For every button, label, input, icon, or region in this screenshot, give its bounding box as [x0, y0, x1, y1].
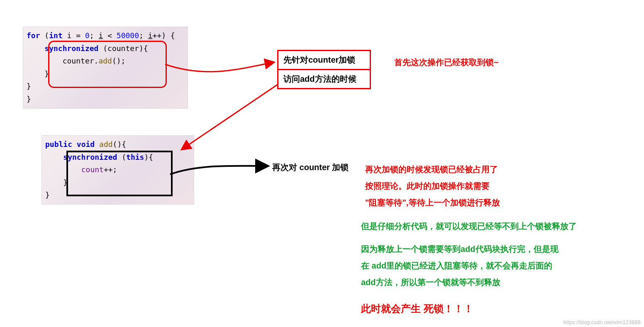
watermark: https://blog.csdn.net/wlm123666: [564, 319, 641, 325]
note-explanation: 因为释放上一个锁需要等到add代码块执行完，但是现 在 add里的锁已经进入阻塞…: [361, 241, 559, 290]
note-blocked-waiting: 再次加锁的时候发现锁已经被占用了 按照理论。此时的加锁操作就需要 "阻塞等待",…: [365, 161, 500, 211]
annotation-box-line1: 先针对counter加锁: [278, 51, 370, 69]
annotation-box: 先针对counter加锁 访问add方法的时候: [277, 50, 371, 89]
annotation-box-line2: 访问add方法的时候: [278, 69, 370, 88]
note-deadlock: 此时就会产生 死锁！！！: [361, 299, 473, 319]
note-analysis: 但是仔细分析代码，就可以发现已经等不到上个锁被释放了: [361, 218, 577, 234]
code-block-1: for (int i = 0; i < 50000; i++) { synchr…: [23, 27, 188, 109]
arrow-annbox-to-code2: [182, 84, 278, 149]
note-lock-again: 再次对 counter 加锁: [272, 162, 349, 173]
code-block-2: public void add(){ synchronized (this){ …: [41, 135, 194, 205]
note-already-got-lock: 首先这次操作已经获取到锁~: [394, 54, 499, 71]
